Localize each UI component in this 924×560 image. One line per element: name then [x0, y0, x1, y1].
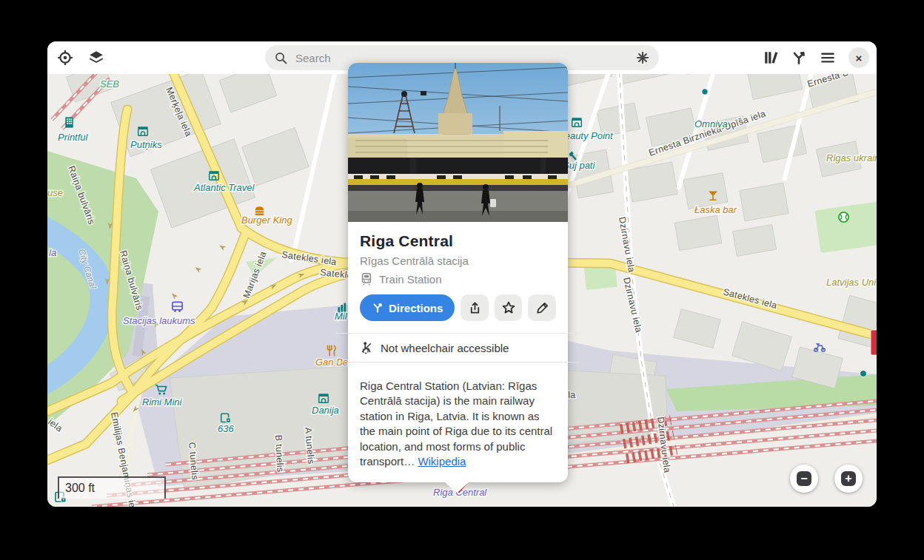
zoom-in-button[interactable]: + [834, 465, 863, 493]
train-icon [360, 272, 373, 286]
accessibility-status: Not wheelchair accessible [381, 342, 509, 354]
main-menu-button[interactable] [820, 50, 836, 66]
map-label: Rīgas ukrain [826, 152, 877, 163]
place-category: Train Station [379, 273, 442, 286]
close-icon: × [856, 53, 863, 64]
pencil-icon [535, 301, 549, 315]
poi-dot [860, 371, 867, 377]
wikipedia-link[interactable]: Wikipedia [418, 455, 466, 468]
share-button[interactable] [461, 294, 489, 321]
place-card: Riga Central Rīgas Centrālā stacija Trai… [348, 63, 568, 482]
office-building-icon [65, 117, 73, 127]
map-label: use [47, 187, 63, 198]
poi-dot [702, 89, 708, 95]
minus-icon: − [797, 471, 811, 486]
card-tail [444, 482, 469, 494]
library-button[interactable] [763, 50, 780, 66]
layers-icon [88, 50, 104, 66]
scale-bar: 300 ft [58, 476, 166, 499]
search-icon [274, 51, 288, 65]
map-label: 636 [218, 423, 234, 434]
map-label: SEB [100, 78, 119, 90]
scale-label: 300 ft [59, 482, 95, 495]
directions-label: Directions [389, 302, 443, 314]
books-icon [763, 50, 780, 66]
map-label: B tunelis [273, 434, 286, 472]
map-label: Omniva [694, 118, 728, 129]
maps-window: SEB Printful Putņiks Merķeļa iela Atlant… [47, 41, 877, 507]
crosshair-icon [57, 50, 73, 66]
stop-marker [871, 330, 877, 355]
map-label: Printful [58, 132, 89, 143]
zoom-out-button[interactable]: − [790, 465, 818, 493]
map-label: la [49, 247, 56, 258]
hamburger-icon [820, 50, 836, 66]
map-label: Atlantic Travel [193, 182, 255, 193]
favorite-button[interactable] [495, 294, 523, 321]
place-photo [348, 63, 568, 222]
layers-button[interactable] [88, 50, 104, 66]
route-fork-icon [372, 302, 384, 314]
map-label: Łaska bar [694, 204, 737, 215]
locate-button[interactable] [57, 50, 73, 66]
map-label: Latvijas Univ [826, 277, 877, 288]
place-native-name: Rīgas Centrālā stacija [360, 254, 556, 267]
share-icon [468, 301, 482, 315]
tennis-icon [839, 212, 848, 222]
place-description: Riga Central Station (Latvian: Rīgas Cen… [360, 379, 556, 469]
explore-asterisk-icon[interactable] [635, 50, 650, 65]
routes-button[interactable] [791, 50, 807, 66]
map-label: Stacijas laukums [123, 315, 195, 326]
route-fork-icon [791, 50, 807, 66]
plus-icon: + [841, 471, 856, 486]
map-label: Rimi Mini [142, 397, 183, 408]
star-icon [501, 300, 516, 315]
close-window-button[interactable]: × [848, 47, 869, 68]
station-photo-illustration [348, 63, 568, 222]
no-wheelchair-icon [360, 341, 373, 354]
map-label: Burger King [241, 215, 292, 226]
map-label: Danija [312, 405, 339, 416]
edit-button[interactable] [528, 294, 556, 321]
place-title: Riga Central [360, 232, 556, 250]
directions-button[interactable]: Directions [360, 294, 455, 321]
map-label: Putņiks [130, 139, 162, 150]
map-label: Mil [335, 311, 348, 322]
